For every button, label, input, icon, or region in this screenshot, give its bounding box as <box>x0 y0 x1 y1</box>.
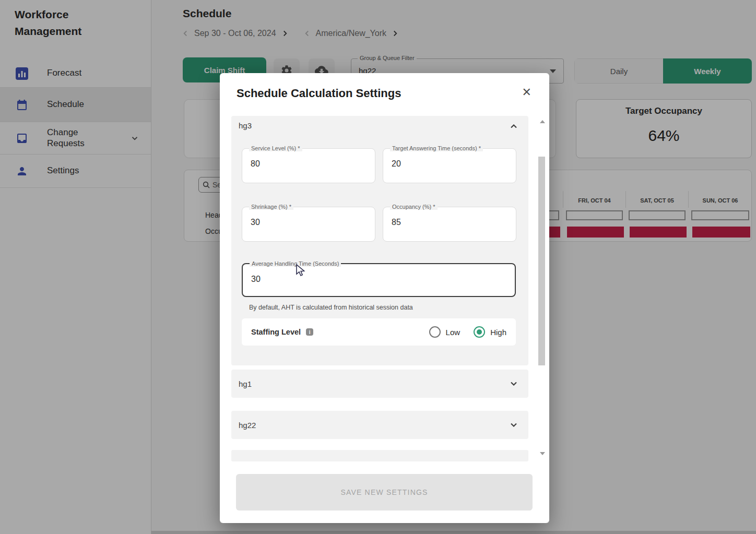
average-handling-time-value: 30 <box>251 275 261 284</box>
service-level-field[interactable]: Service Level (%) * 80 <box>242 148 375 183</box>
scroll-up-arrow[interactable] <box>540 120 545 123</box>
shrinkage-field[interactable]: Shrinkage (%) * 30 <box>242 207 375 242</box>
staffing-level-label: Staffing Level <box>251 328 301 336</box>
group-name: hg22 <box>239 421 256 430</box>
target-answering-time-label: Target Answering Time (seconds) * <box>390 145 483 151</box>
aht-helper-text: By default, AHT is calculated from histo… <box>249 304 413 311</box>
mouse-cursor <box>296 264 307 278</box>
schedule-calculation-settings-modal: Schedule Calculation Settings ✕ hg3 Serv… <box>220 73 549 523</box>
staffing-high-radio[interactable]: High <box>474 326 506 338</box>
chevron-down-icon[interactable] <box>509 420 519 430</box>
group-name: hg1 <box>239 379 252 388</box>
group-section-hg22[interactable]: hg22 <box>231 411 528 439</box>
service-level-label: Service Level (%) * <box>249 145 302 151</box>
service-level-value: 80 <box>251 159 260 169</box>
shrinkage-label: Shrinkage (%) * <box>249 204 293 210</box>
average-handling-time-field[interactable]: Average Handling Time (Seconds) 30 <box>242 263 516 297</box>
group-name: hg3 <box>239 121 252 130</box>
modal-scrollbar[interactable] <box>538 157 545 365</box>
staffing-low-radio[interactable]: Low <box>429 326 460 338</box>
modal-title: Schedule Calculation Settings <box>237 87 401 100</box>
staffing-low-label: Low <box>446 328 460 337</box>
group-section-hg3: hg3 Service Level (%) * 80 Target Answer… <box>231 116 528 365</box>
scroll-down-arrow[interactable] <box>540 452 545 455</box>
group-section-partial[interactable] <box>231 450 528 461</box>
close-icon[interactable]: ✕ <box>522 87 531 98</box>
staffing-level-row: Staffing Level i Low High <box>242 318 516 346</box>
info-icon[interactable]: i <box>306 328 313 336</box>
chevron-up-icon[interactable] <box>509 121 519 132</box>
occupancy-field[interactable]: Occupancy (%) * 85 <box>383 207 516 242</box>
radio-unselected-icon <box>429 326 441 338</box>
chevron-down-icon[interactable] <box>509 378 519 389</box>
target-answering-time-field[interactable]: Target Answering Time (seconds) * 20 <box>383 148 516 183</box>
save-new-settings-button[interactable]: SAVE NEW SETTINGS <box>236 474 533 511</box>
staffing-high-label: High <box>490 328 506 337</box>
occupancy-label: Occupancy (%) * <box>390 204 438 210</box>
group-section-hg1[interactable]: hg1 <box>231 370 528 398</box>
shrinkage-value: 30 <box>251 218 260 227</box>
target-answering-time-value: 20 <box>392 159 401 169</box>
radio-selected-icon <box>474 326 485 338</box>
occupancy-value: 85 <box>392 218 401 227</box>
app-window: Workforce Management Forecast Schedule <box>0 0 756 534</box>
staffing-level-radios: Low High <box>429 326 506 338</box>
